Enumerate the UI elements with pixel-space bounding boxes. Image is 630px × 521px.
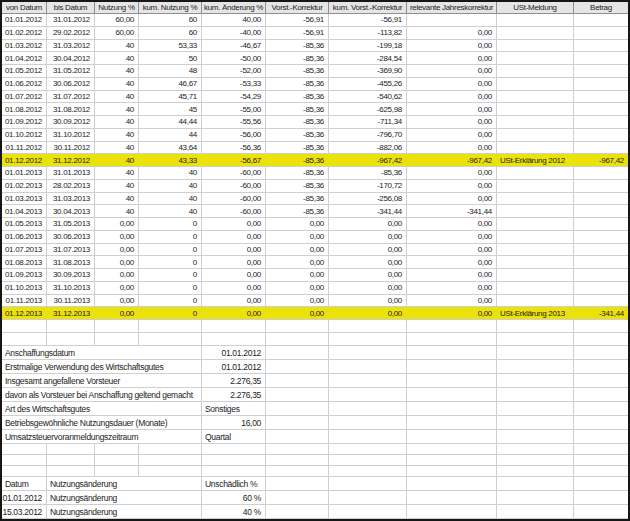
cell[interactable] — [574, 205, 628, 218]
cell[interactable]: 01.01.2012 — [2, 491, 47, 505]
cell[interactable] — [574, 295, 628, 308]
cell[interactable]: 0,00 — [407, 52, 497, 65]
cell[interactable] — [574, 193, 628, 206]
cell[interactable] — [497, 91, 574, 104]
empty-cell[interactable] — [266, 416, 329, 430]
cell[interactable]: 0,00 — [407, 193, 497, 206]
empty-cell[interactable] — [497, 430, 574, 444]
cell[interactable]: 0,00 — [266, 295, 329, 308]
cell[interactable]: 0,00 — [266, 231, 329, 244]
cell[interactable]: -341,44 — [574, 307, 628, 320]
cell[interactable]: -56,67 — [202, 154, 266, 167]
empty-cell[interactable] — [329, 374, 407, 388]
cell[interactable]: 30.04.2013 — [47, 205, 95, 218]
cell[interactable]: 0,00 — [407, 40, 497, 53]
cell[interactable] — [497, 295, 574, 308]
cell[interactable] — [497, 244, 574, 257]
cell[interactable] — [574, 91, 628, 104]
cell[interactable]: 0,00 — [329, 307, 407, 320]
cell[interactable] — [574, 116, 628, 129]
cell[interactable] — [497, 116, 574, 129]
cell[interactable]: -85,36 — [266, 154, 329, 167]
cell[interactable]: 0,00 — [266, 256, 329, 269]
empty-cell[interactable] — [329, 402, 407, 416]
empty-cell[interactable] — [574, 402, 628, 416]
cell[interactable]: 40 — [95, 103, 139, 116]
cell[interactable] — [497, 282, 574, 295]
cell[interactable]: 0,00 — [95, 244, 139, 257]
empty-cell[interactable] — [407, 346, 497, 360]
cell[interactable]: -55,56 — [202, 116, 266, 129]
cell[interactable]: 31.05.2013 — [47, 218, 95, 231]
cell[interactable]: -625,98 — [329, 103, 407, 116]
cell[interactable]: 0,00 — [407, 231, 497, 244]
empty-cell[interactable] — [407, 455, 497, 466]
empty-cell[interactable] — [407, 430, 497, 444]
empty-cell[interactable] — [329, 444, 407, 455]
cell[interactable]: -60,00 — [202, 205, 266, 218]
cell[interactable]: -50,00 — [202, 52, 266, 65]
empty-cell[interactable] — [407, 333, 497, 346]
empty-cell[interactable] — [95, 320, 139, 333]
cell[interactable]: Nutzungsänderung — [47, 491, 202, 505]
cell[interactable]: -711,34 — [329, 116, 407, 129]
cell[interactable]: 0,00 — [202, 269, 266, 282]
empty-cell[interactable] — [2, 320, 47, 333]
cell[interactable]: 40 — [95, 78, 139, 91]
cell[interactable]: 31.12.2013 — [47, 307, 95, 320]
cell[interactable]: 01.05.2013 — [2, 218, 47, 231]
cell[interactable] — [497, 129, 574, 142]
cell[interactable]: 01.11.2013 — [2, 295, 47, 308]
empty-cell[interactable] — [139, 455, 202, 466]
cell[interactable]: 0,00 — [202, 295, 266, 308]
empty-cell[interactable] — [329, 360, 407, 374]
cell[interactable] — [574, 269, 628, 282]
empty-cell[interactable] — [2, 466, 47, 477]
empty-cell[interactable] — [202, 455, 266, 466]
cell[interactable] — [497, 205, 574, 218]
empty-cell[interactable] — [497, 402, 574, 416]
cell[interactable]: 01.11.2012 — [2, 142, 47, 155]
cell[interactable]: -56,00 — [202, 129, 266, 142]
empty-cell[interactable] — [407, 491, 497, 505]
info-value[interactable]: Sonstiges — [202, 402, 266, 416]
empty-cell[interactable] — [574, 466, 628, 477]
empty-cell[interactable] — [574, 491, 628, 505]
empty-cell[interactable] — [266, 388, 329, 402]
cell[interactable]: 0,00 — [407, 256, 497, 269]
cell[interactable]: -85,36 — [266, 52, 329, 65]
cell[interactable]: -53,33 — [202, 78, 266, 91]
cell[interactable]: 0,00 — [95, 282, 139, 295]
empty-cell[interactable] — [407, 505, 497, 519]
cell[interactable]: 01.01.2013 — [2, 167, 47, 180]
cell[interactable]: 0,00 — [329, 218, 407, 231]
cell[interactable]: -85,36 — [266, 65, 329, 78]
empty-cell[interactable] — [139, 466, 202, 477]
cell[interactable]: 45 — [139, 103, 202, 116]
empty-cell[interactable] — [497, 416, 574, 430]
cell[interactable]: 31.07.2012 — [47, 91, 95, 104]
info-value[interactable]: 2.276,35 — [202, 388, 266, 402]
cell[interactable]: 31.10.2012 — [47, 129, 95, 142]
cell[interactable]: -85,36 — [266, 129, 329, 142]
cell[interactable]: 0,00 — [95, 256, 139, 269]
cell[interactable]: 48 — [139, 65, 202, 78]
cell[interactable]: -85,36 — [266, 78, 329, 91]
empty-cell[interactable] — [574, 455, 628, 466]
cell[interactable]: 0,00 — [329, 231, 407, 244]
cell[interactable]: 01.12.2013 — [2, 307, 47, 320]
cell[interactable]: 40 — [95, 91, 139, 104]
cell[interactable]: 40 — [95, 167, 139, 180]
cell[interactable]: 40 — [95, 52, 139, 65]
cell[interactable] — [574, 282, 628, 295]
cell[interactable]: -369,90 — [329, 65, 407, 78]
empty-cell[interactable] — [266, 466, 329, 477]
cell[interactable]: 0,00 — [202, 218, 266, 231]
cell[interactable]: 01.01.2012 — [2, 14, 47, 27]
cell[interactable]: 40 — [95, 116, 139, 129]
cell[interactable]: 30.06.2012 — [47, 78, 95, 91]
empty-cell[interactable] — [497, 360, 574, 374]
cell[interactable] — [497, 167, 574, 180]
empty-cell[interactable] — [497, 505, 574, 519]
empty-cell[interactable] — [497, 491, 574, 505]
